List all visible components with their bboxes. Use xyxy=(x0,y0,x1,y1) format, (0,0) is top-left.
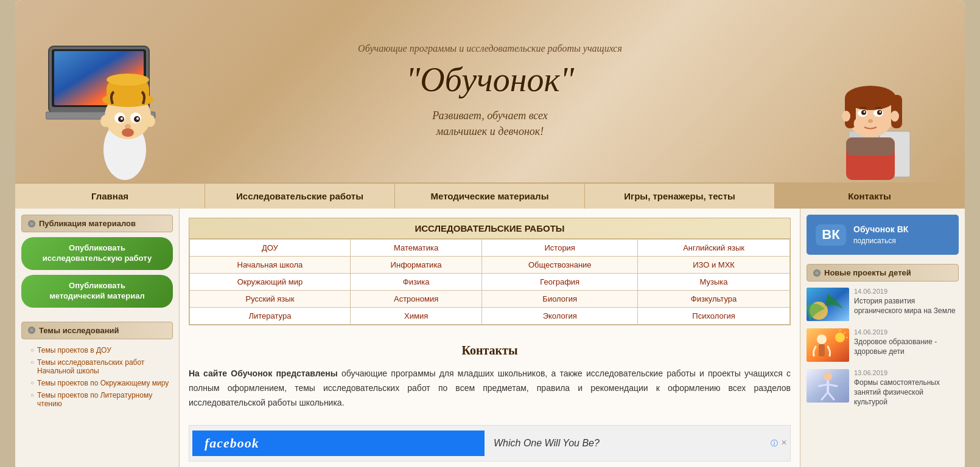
svg-rect-23 xyxy=(846,137,895,156)
news-item-1[interactable]: 14.06.2019 История развития органическог… xyxy=(807,288,959,321)
nav-research[interactable]: Исследовательские работы xyxy=(205,184,395,209)
facebook-ad[interactable]: facebook xyxy=(192,431,485,456)
table-row: Русский язык Астрономия Биология Физкуль… xyxy=(190,291,790,308)
table-cell[interactable]: Литература xyxy=(190,308,351,325)
news-date-3: 13.06.2019 xyxy=(854,369,959,376)
table-cell[interactable]: Окружающий мир xyxy=(190,274,351,291)
topic-link-2[interactable]: Темы исследовательских работ Начальной ш… xyxy=(21,356,173,377)
svg-point-18 xyxy=(122,128,134,137)
contacts-section-title: Контакты xyxy=(189,344,791,358)
table-cell[interactable]: Начальная школа xyxy=(190,257,351,274)
table-cell[interactable]: Физкультура xyxy=(638,291,790,308)
new-projects-title: Новые проекты детей xyxy=(807,264,959,282)
main-nav: Главная Исследовательские работы Методич… xyxy=(15,182,965,209)
content-area: Публикация материалов Опубликоватьисслед… xyxy=(15,209,965,467)
news-title-2: Здоровое образование - здоровые дети xyxy=(854,337,959,356)
table-row: Литература Химия Экология Психология xyxy=(190,308,790,325)
research-table: ДОУ Математика История Английский язык Н… xyxy=(189,239,790,325)
header-subtitle: Обучающие программы и исследовательские … xyxy=(358,43,622,54)
research-topics-section: Темы исследований Темы проектов в ДОУ Те… xyxy=(21,322,173,410)
nav-games[interactable]: Игры, тренажеры, тесты xyxy=(585,184,775,209)
svg-point-42 xyxy=(835,333,845,342)
vk-block[interactable]: ВК Обучонок ВК подписаться xyxy=(807,215,959,255)
left-sidebar: Публикация материалов Опубликоватьисслед… xyxy=(15,209,180,467)
svg-point-15 xyxy=(100,115,110,127)
vk-text: Обучонок ВК подписаться xyxy=(853,224,908,246)
news-thumb-1 xyxy=(807,288,849,321)
topic-link-4[interactable]: Темы проектов по Литературному чтению xyxy=(21,389,173,410)
news-thumb-3 xyxy=(807,369,849,403)
topics-dot xyxy=(28,327,35,334)
table-cell[interactable]: Музыка xyxy=(638,274,790,291)
svg-point-17 xyxy=(125,124,131,129)
table-row: Окружающий мир Физика География Музыка xyxy=(190,274,790,291)
news-date-1: 14.06.2019 xyxy=(854,288,959,295)
research-topics-title: Темы исследований xyxy=(21,322,173,339)
news-thumb-2 xyxy=(807,328,849,362)
news-title-3: Формы самостоятельных занятий физической… xyxy=(854,378,959,407)
table-cell[interactable]: Русский язык xyxy=(190,291,351,308)
boy-character xyxy=(46,10,173,182)
nav-contacts[interactable]: Контакты xyxy=(775,184,965,209)
vk-icon: ВК xyxy=(816,224,846,246)
right-sidebar: ВК Обучонок ВК подписаться Новые проекты… xyxy=(800,209,965,467)
table-cell[interactable]: Информатика xyxy=(350,257,482,274)
svg-point-16 xyxy=(145,115,155,127)
svg-point-35 xyxy=(891,111,899,122)
ad-area: facebook Which One Will You Be? ⓘ ✕ xyxy=(189,425,791,462)
news-item-3[interactable]: 13.06.2019 Формы самостоятельных занятий… xyxy=(807,369,959,407)
svg-point-34 xyxy=(842,111,850,122)
publish-method-button[interactable]: Опубликоватьметодический материал xyxy=(21,275,173,308)
news-info-1: 14.06.2019 История развития органическог… xyxy=(854,288,959,321)
table-cell[interactable]: Английский язык xyxy=(638,240,790,257)
news-item-2[interactable]: 14.06.2019 Здоровое образование - здоров… xyxy=(807,328,959,362)
main-content: ИССЛЕДОВАТЕЛЬСКИЕ РАБОТЫ ДОУ Математика … xyxy=(180,209,800,467)
news-title-1: История развития органического мира на З… xyxy=(854,297,959,316)
table-cell[interactable]: ДОУ xyxy=(190,240,351,257)
ad-text: Which One Will You Be? xyxy=(491,435,765,452)
svg-rect-41 xyxy=(819,344,825,356)
table-cell[interactable]: География xyxy=(482,274,638,291)
table-cell[interactable]: Обществознание xyxy=(482,257,638,274)
svg-point-14 xyxy=(136,117,139,120)
research-table-container: ИССЛЕДОВАТЕЛЬСКИЕ РАБОТЫ ДОУ Математика … xyxy=(189,218,791,325)
table-cell[interactable]: Экология xyxy=(482,308,638,325)
news-date-2: 14.06.2019 xyxy=(854,328,959,336)
topic-link-1[interactable]: Темы проектов в ДОУ xyxy=(21,344,173,356)
site-header: Обучающие программы и исследовательские … xyxy=(15,0,965,182)
table-cell[interactable]: История xyxy=(482,240,638,257)
table-cell[interactable]: Химия xyxy=(350,308,482,325)
ad-controls: ⓘ ✕ xyxy=(771,438,787,449)
table-cell[interactable]: Физика xyxy=(350,274,482,291)
table-cell[interactable]: ИЗО и МХК xyxy=(638,257,790,274)
svg-point-33 xyxy=(880,111,881,113)
new-projects-dot xyxy=(813,269,821,277)
svg-point-47 xyxy=(824,372,832,381)
svg-point-32 xyxy=(864,111,866,113)
svg-point-36 xyxy=(868,119,873,123)
ad-close-icon[interactable]: ✕ xyxy=(781,438,787,447)
girl-character xyxy=(813,19,928,182)
svg-point-13 xyxy=(121,117,123,120)
table-row: Начальная школа Информатика Обществознан… xyxy=(190,257,790,274)
header-text-block: Обучающие программы и исследовательские … xyxy=(358,43,622,139)
news-info-2: 14.06.2019 Здоровое образование - здоров… xyxy=(854,328,959,362)
publication-dot xyxy=(28,220,35,227)
nav-home[interactable]: Главная xyxy=(15,184,205,209)
header-title: "Обучонок" xyxy=(358,60,622,99)
svg-point-40 xyxy=(817,334,827,344)
table-cell[interactable]: Математика xyxy=(350,240,482,257)
ad-info-icon[interactable]: ⓘ xyxy=(771,438,778,449)
topic-link-3[interactable]: Темы проектов по Окружающему миру xyxy=(21,377,173,389)
table-cell[interactable]: Астрономия xyxy=(350,291,482,308)
nav-methods[interactable]: Методические материалы xyxy=(395,184,585,209)
table-row: ДОУ Математика История Английский язык xyxy=(190,240,790,257)
publish-research-button[interactable]: Опубликоватьисследовательскую работу xyxy=(21,237,173,270)
table-cell[interactable]: Биология xyxy=(482,291,638,308)
news-info-3: 13.06.2019 Формы самостоятельных занятий… xyxy=(854,369,959,407)
publication-section-title: Публикация материалов xyxy=(21,215,173,232)
header-tagline: Развивает, обучает всехмальчишек и девчо… xyxy=(358,108,622,139)
vk-subscribe: подписаться xyxy=(853,236,908,246)
table-cell[interactable]: Психология xyxy=(638,308,790,325)
contacts-text: На сайте Обучонок представлены обучающие… xyxy=(189,367,791,410)
